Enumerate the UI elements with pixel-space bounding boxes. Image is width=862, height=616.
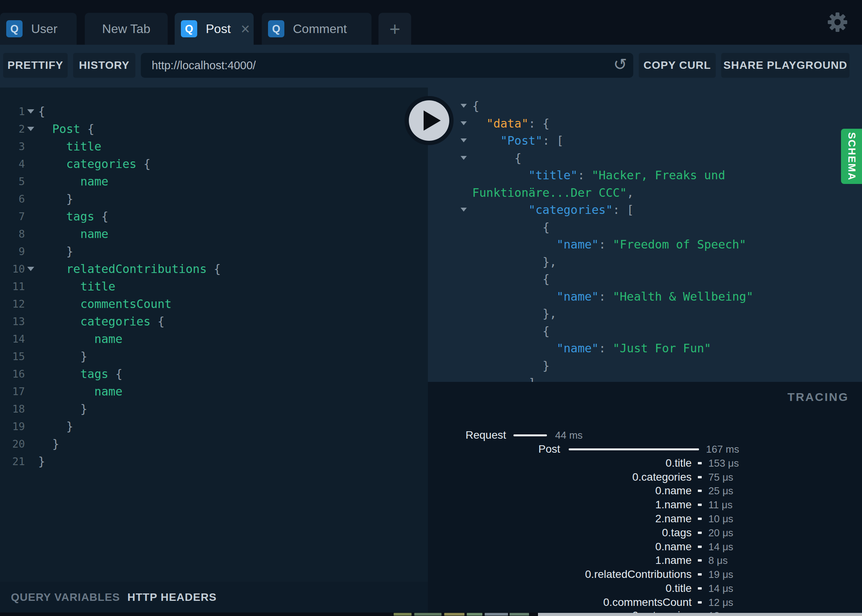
line-number: 1 [0, 103, 25, 120]
line-number: 7 [0, 208, 25, 225]
editor-line: 13 categories { [0, 313, 428, 330]
trace-label: 0.name [428, 484, 692, 498]
trace-label: 0.name [428, 540, 692, 554]
prettify-button[interactable]: PRETTIFY [3, 53, 68, 78]
tab-post[interactable]: QPost× [175, 13, 254, 45]
editor-line: 1{ [0, 103, 428, 120]
query-editor[interactable]: 1{2 Post {3 title4 categories {5 name6 }… [0, 88, 428, 582]
editor-line: 16 tags { [0, 365, 428, 383]
settings-button[interactable] [825, 10, 850, 34]
line-number: 2 [0, 120, 25, 138]
code-text: title [38, 138, 428, 155]
response-line: }, [472, 305, 862, 323]
trace-row: Post167 ms [428, 442, 862, 456]
close-tab-icon[interactable]: × [241, 21, 250, 37]
editor-line: 19 } [0, 418, 428, 435]
editor-line: 5 name [0, 173, 428, 190]
trace-duration-dash [698, 559, 702, 562]
fold-arrow-icon[interactable] [27, 127, 34, 131]
trace-duration-value: 44 ms [555, 428, 583, 442]
editor-line: 6 } [0, 190, 428, 208]
add-tab-button[interactable]: + [378, 13, 411, 45]
query-badge: Q [181, 20, 197, 37]
response-line: "categories": [ [472, 201, 862, 219]
clipped-fragment [467, 613, 482, 616]
trace-label: 0.commentsCount [428, 595, 692, 609]
trace-row: 0.name14 μs [428, 540, 862, 554]
editor-line: 8 name [0, 225, 428, 243]
line-number: 6 [0, 190, 25, 208]
code-text: } [38, 418, 428, 435]
trace-duration-dash [698, 476, 702, 478]
horizontal-scrollbar[interactable] [538, 613, 862, 616]
reset-endpoint-icon[interactable]: ↺ [613, 56, 627, 73]
endpoint-url-input[interactable]: http://localhost:4000/ ↺ [141, 53, 633, 78]
editor-line: 3 title [0, 138, 428, 155]
collapse-arrow-icon[interactable] [461, 156, 467, 160]
editor-line: 2 Post { [0, 120, 428, 138]
clipped-fragment [510, 613, 529, 616]
trace-duration-dash [698, 546, 702, 548]
tab-new-tab[interactable]: New Tab [85, 13, 168, 45]
trace-duration-bar [569, 448, 699, 450]
trace-label: 1.name [428, 498, 692, 512]
collapse-arrow-icon[interactable] [461, 104, 467, 108]
trace-label: 0.categories [428, 470, 692, 484]
share-playground-button[interactable]: SHARE PLAYGROUND [721, 53, 850, 78]
code-text: } [38, 348, 428, 365]
response-line: "data": { [472, 115, 862, 133]
tab-user[interactable]: QUser [0, 13, 77, 45]
code-text: } [38, 435, 428, 453]
bottom-tab-bar: QUERY VARIABLES HTTP HEADERS [0, 582, 428, 612]
collapse-arrow-icon[interactable] [461, 121, 467, 125]
trace-row: 0.categories75 μs [428, 470, 862, 484]
code-text: categories { [38, 155, 428, 173]
code-text: Post { [38, 120, 428, 138]
tracing-title: TRACING [787, 390, 849, 404]
tab-comment[interactable]: QComment [262, 13, 371, 45]
tracing-panel: TRACING Request44 msPost167 ms0.title153… [428, 382, 862, 616]
fold-arrow-icon[interactable] [27, 267, 34, 271]
tab-label: Comment [293, 22, 347, 36]
schema-side-tab[interactable]: SCHEMA [841, 129, 862, 184]
response-line: "name": "Freedom of Speech" [472, 236, 862, 254]
line-number: 20 [0, 435, 25, 453]
clipped-fragment [414, 613, 442, 616]
trace-duration-dash [698, 518, 702, 520]
trace-duration-value: 11 μs [708, 498, 732, 512]
schema-side-tab-label: SCHEMA [846, 132, 858, 181]
code-text: tags { [38, 365, 428, 383]
trace-label: Request [428, 428, 506, 442]
trace-label: 0.relatedContributions [428, 567, 692, 581]
line-number: 12 [0, 295, 25, 313]
copy-curl-button[interactable]: COPY CURL [639, 53, 716, 78]
response-line: }, [472, 254, 862, 271]
trace-row: 1.name8 μs [428, 553, 862, 567]
response-line: "name": "Health & Wellbeing" [472, 288, 862, 306]
response-line: { [472, 150, 862, 167]
trace-duration-dash [698, 504, 702, 506]
fold-arrow-icon[interactable] [27, 109, 34, 114]
query-badge: Q [268, 20, 284, 37]
collapse-arrow-icon[interactable] [461, 138, 467, 142]
code-text: title [38, 278, 428, 295]
line-number: 21 [0, 453, 25, 470]
history-button[interactable]: HISTORY [73, 53, 135, 78]
code-text: } [38, 243, 428, 260]
editor-line: 12 commentsCount [0, 295, 428, 313]
editor-line: 17 name [0, 383, 428, 400]
tab-query-variables[interactable]: QUERY VARIABLES [11, 591, 120, 604]
tab-http-headers[interactable]: HTTP HEADERS [128, 591, 217, 604]
clipped-fragment [444, 613, 464, 616]
trace-label: 0.title [428, 581, 692, 595]
collapse-arrow-icon[interactable] [461, 208, 467, 212]
trace-duration-bar [513, 434, 547, 436]
line-number: 13 [0, 313, 25, 330]
clipped-fragment [485, 613, 508, 616]
execute-button[interactable] [404, 96, 454, 145]
trace-row: 0.tags20 μs [428, 526, 862, 540]
editor-line: 10 relatedContributions { [0, 260, 428, 278]
trace-row: 0.title14 μs [428, 581, 862, 595]
trace-row: Request44 ms [428, 428, 862, 442]
trace-duration-value: 153 μs [708, 456, 739, 470]
